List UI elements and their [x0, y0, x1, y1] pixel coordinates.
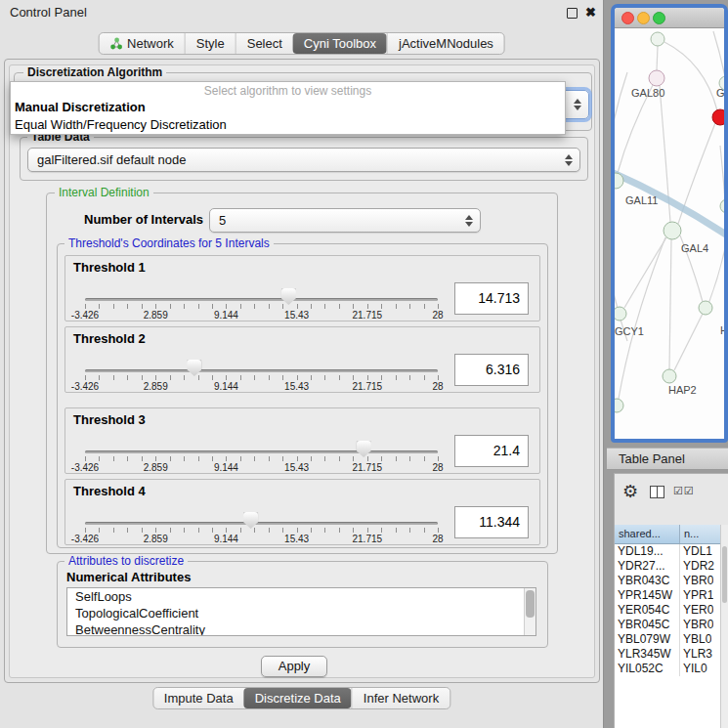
- tab-infer-network[interactable]: Infer Network: [352, 688, 450, 708]
- threshold-2-slider-thumb[interactable]: [187, 360, 201, 376]
- scrollbar-thumb[interactable]: [526, 590, 535, 618]
- node-hap2[interactable]: [663, 369, 676, 383]
- node-gcy1[interactable]: [615, 307, 626, 321]
- zoom-traffic-light-icon[interactable]: [653, 12, 665, 24]
- table-toolbar: ⚙ ☑☑: [615, 474, 728, 513]
- apply-button[interactable]: Apply: [261, 656, 327, 677]
- table-row[interactable]: YLR345WYLR3: [615, 647, 728, 662]
- column-selector-icon[interactable]: [650, 486, 664, 498]
- number-of-intervals-combobox[interactable]: 5: [209, 208, 481, 233]
- network-window-titlebar[interactable]: [615, 8, 724, 28]
- threshold-2-slider-track[interactable]: [85, 369, 438, 372]
- threshold-3-value-field[interactable]: 21.4: [454, 435, 529, 467]
- table-row[interactable]: YPR145WYPR1: [615, 588, 728, 603]
- network-canvas[interactable]: GAL80GAGAL11GAL4GCY1HHAP2: [615, 28, 724, 439]
- table-panel-titlebar[interactable]: Table Panel: [607, 448, 728, 470]
- list-scrollbar[interactable]: [524, 588, 535, 635]
- cell-shared-name: YDL19...: [615, 544, 680, 559]
- cell-name: YBL0: [680, 632, 711, 647]
- close-icon[interactable]: ✖: [585, 5, 596, 21]
- network-node[interactable]: [615, 399, 623, 412]
- table-row[interactable]: YBL079WYBL0: [615, 632, 728, 647]
- table-row[interactable]: YBR045CYBR0: [615, 618, 728, 632]
- threshold-2-label: Threshold 2: [73, 331, 146, 346]
- table-panel-title: Table Panel: [619, 451, 685, 466]
- tab-jactivemnodules[interactable]: jActiveMNodules: [387, 33, 504, 54]
- node-h[interactable]: [699, 301, 712, 315]
- tab-cyni-toolbox[interactable]: Cyni Toolbox: [293, 33, 387, 54]
- threshold-3-slider-track[interactable]: [85, 450, 438, 453]
- scale-tick-label: 9.144: [214, 462, 238, 473]
- threshold-2-value-field[interactable]: 6.316: [454, 354, 529, 386]
- scale-tick-label: 2.859: [144, 534, 168, 544]
- table-row[interactable]: YIL052CYIL0: [615, 662, 728, 676]
- bottom-tab-strip: Impute DataDiscretize DataInfer Network: [152, 687, 450, 709]
- network-icon: [109, 37, 122, 50]
- network-node[interactable]: [651, 32, 664, 46]
- numerical-attributes-list[interactable]: SelfLoopsTopologicalCoefficientBetweenne…: [66, 587, 536, 636]
- node-label: GCY1: [615, 325, 644, 337]
- table-scrollbar[interactable]: [720, 525, 728, 728]
- threshold-3-slider-thumb[interactable]: [357, 441, 371, 457]
- table-body: YDL19...YDL1YDR27...YDR2YBR043CYBR0YPR14…: [615, 544, 728, 728]
- threshold-1-label: Threshold 1: [73, 260, 146, 275]
- threshold-4-slider-track[interactable]: [85, 522, 438, 525]
- scale-tick-label: -3.426: [71, 381, 99, 392]
- column-header-shared-name[interactable]: shared...: [615, 525, 680, 543]
- gear-icon[interactable]: ⚙: [622, 481, 638, 502]
- table-header-row: shared... n...: [615, 525, 728, 544]
- threshold-1-slider-track[interactable]: [85, 298, 438, 301]
- slider-ticks: [85, 375, 439, 380]
- titlebar: Control Panel ✖: [0, 0, 603, 25]
- cell-shared-name: YBR045C: [615, 618, 680, 632]
- tab-label: Style: [196, 36, 225, 51]
- tab-style[interactable]: Style: [185, 33, 236, 54]
- tab-network[interactable]: Network: [99, 33, 185, 54]
- network-node[interactable]: [712, 109, 724, 125]
- cell-shared-name: YLR345W: [615, 647, 680, 662]
- network-node[interactable]: [720, 199, 724, 213]
- tab-label: Impute Data: [164, 691, 234, 706]
- node-label: H: [720, 324, 724, 336]
- threshold-4-value-field[interactable]: 11.344: [454, 506, 529, 538]
- tab-select[interactable]: Select: [236, 33, 293, 54]
- cell-name: YER0: [680, 603, 713, 618]
- node-gal80[interactable]: [649, 70, 664, 86]
- table-row[interactable]: YDR27...YDR2: [615, 559, 728, 574]
- scale-tick-label: 2.859: [144, 381, 168, 392]
- network-edge: [669, 239, 671, 369]
- cell-name: YPR1: [680, 588, 713, 603]
- table-row[interactable]: YDL19...YDL1: [615, 544, 728, 559]
- checkbox-filter-icon[interactable]: ☑☑: [673, 485, 695, 497]
- table-row[interactable]: YBR043CYBR0: [615, 574, 728, 588]
- node-gal4[interactable]: [664, 222, 681, 239]
- combo-arrows-icon: [465, 215, 473, 227]
- discretization-algorithm-label: Discretization Algorithm: [23, 65, 166, 79]
- popup-item-manual-discretization[interactable]: Manual Discretization: [11, 99, 565, 116]
- slider-scale: -3.4262.8599.14415.4321.71528: [85, 381, 438, 393]
- minimize-traffic-light-icon[interactable]: [637, 12, 650, 24]
- tab-discretize-data[interactable]: Discretize Data: [244, 688, 352, 708]
- popup-item-equal-width-frequency[interactable]: Equal Width/Frequency Discretization: [11, 116, 565, 134]
- network-edge: [657, 46, 658, 70]
- tab-impute-data[interactable]: Impute Data: [153, 688, 244, 708]
- scale-tick-label: 21.715: [353, 534, 383, 544]
- table-data-combobox[interactable]: galFiltered.sif default node: [27, 148, 580, 172]
- network-edge: [624, 237, 666, 308]
- float-window-icon[interactable]: [567, 8, 578, 19]
- attribute-list-item[interactable]: TopologicalCoefficient: [67, 605, 535, 621]
- scale-tick-label: 9.144: [214, 534, 238, 544]
- tab-label: Infer Network: [364, 691, 439, 706]
- scrollbar-thumb[interactable]: [722, 546, 727, 603]
- attribute-list-item[interactable]: SelfLoops: [67, 588, 535, 605]
- threshold-4-slider-thumb[interactable]: [243, 512, 258, 529]
- threshold-1-value-field[interactable]: 14.713: [454, 282, 529, 315]
- close-traffic-light-icon[interactable]: [621, 12, 634, 24]
- attribute-list-item[interactable]: BetweennessCentrality: [67, 621, 535, 636]
- table-row[interactable]: YER054CYER0: [615, 603, 728, 618]
- threshold-1-slider-thumb[interactable]: [281, 288, 296, 305]
- scale-tick-label: 15.43: [284, 310, 309, 321]
- number-of-intervals-value: 5: [219, 209, 458, 232]
- node-label: GA: [716, 87, 724, 99]
- cell-shared-name: YBL079W: [615, 632, 680, 647]
